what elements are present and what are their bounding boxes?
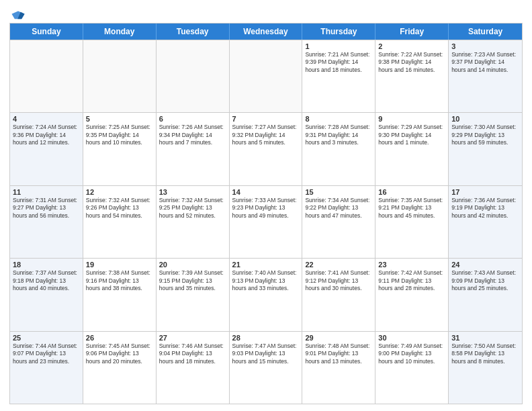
day-info: Sunrise: 7:30 AM Sunset: 9:29 PM Dayligh…	[451, 124, 519, 146]
day-info: Sunrise: 7:50 AM Sunset: 8:58 PM Dayligh…	[451, 342, 519, 365]
day-info: Sunrise: 7:31 AM Sunset: 9:27 PM Dayligh…	[13, 197, 80, 220]
day-number: 13	[159, 188, 226, 196]
cal-cell-r2c5: 16Sunrise: 7:35 AM Sunset: 9:21 PM Dayli…	[375, 186, 449, 258]
day-info: Sunrise: 7:46 AM Sunset: 9:04 PM Dayligh…	[159, 342, 226, 365]
day-number: 3	[451, 42, 519, 50]
day-info: Sunrise: 7:37 AM Sunset: 9:18 PM Dayligh…	[13, 269, 80, 292]
cal-cell-r1c4: 8Sunrise: 7:28 AM Sunset: 9:31 PM Daylig…	[302, 113, 375, 185]
day-info: Sunrise: 7:33 AM Sunset: 9:23 PM Dayligh…	[232, 197, 300, 220]
cal-cell-r1c0: 4Sunrise: 7:24 AM Sunset: 9:36 PM Daylig…	[10, 113, 83, 185]
cal-header-wednesday: Wednesday	[230, 24, 303, 40]
day-info: Sunrise: 7:22 AM Sunset: 9:38 PM Dayligh…	[378, 51, 445, 74]
calendar: SundayMondayTuesdayWednesdayThursdayFrid…	[9, 23, 523, 404]
cal-cell-r2c0: 11Sunrise: 7:31 AM Sunset: 9:27 PM Dayli…	[10, 186, 83, 258]
day-number: 22	[305, 261, 372, 269]
cal-cell-r3c1: 19Sunrise: 7:38 AM Sunset: 9:16 PM Dayli…	[83, 259, 157, 330]
cal-cell-r3c2: 20Sunrise: 7:39 AM Sunset: 9:15 PM Dayli…	[157, 259, 230, 330]
cal-cell-r3c3: 21Sunrise: 7:40 AM Sunset: 9:13 PM Dayli…	[230, 259, 303, 330]
cal-cell-r0c2	[157, 40, 230, 112]
cal-cell-r0c6: 3Sunrise: 7:23 AM Sunset: 9:37 PM Daylig…	[449, 40, 522, 112]
day-number: 5	[86, 115, 153, 123]
cal-cell-r4c0: 25Sunrise: 7:44 AM Sunset: 9:07 PM Dayli…	[10, 332, 83, 404]
day-info: Sunrise: 7:29 AM Sunset: 9:30 PM Dayligh…	[378, 124, 445, 146]
cal-cell-r0c1	[83, 40, 157, 112]
cal-row-4: 25Sunrise: 7:44 AM Sunset: 9:07 PM Dayli…	[10, 331, 522, 404]
cal-cell-r0c4: 1Sunrise: 7:21 AM Sunset: 9:39 PM Daylig…	[302, 40, 375, 112]
calendar-header-row: SundayMondayTuesdayWednesdayThursdayFrid…	[10, 24, 522, 40]
cal-cell-r1c1: 5Sunrise: 7:25 AM Sunset: 9:35 PM Daylig…	[83, 113, 157, 185]
day-number: 31	[451, 334, 519, 342]
cal-cell-r2c1: 12Sunrise: 7:32 AM Sunset: 9:26 PM Dayli…	[83, 186, 157, 258]
cal-cell-r1c5: 9Sunrise: 7:29 AM Sunset: 9:30 PM Daylig…	[375, 113, 449, 185]
day-number: 23	[378, 261, 445, 269]
day-number: 4	[13, 115, 80, 123]
cal-header-tuesday: Tuesday	[157, 24, 230, 40]
day-number: 1	[305, 42, 372, 50]
cal-cell-r4c1: 26Sunrise: 7:45 AM Sunset: 9:06 PM Dayli…	[83, 332, 157, 404]
day-number: 12	[86, 188, 153, 196]
cal-cell-r4c2: 27Sunrise: 7:46 AM Sunset: 9:04 PM Dayli…	[157, 332, 230, 404]
day-info: Sunrise: 7:40 AM Sunset: 9:13 PM Dayligh…	[232, 269, 300, 292]
cal-cell-r3c6: 24Sunrise: 7:43 AM Sunset: 9:09 PM Dayli…	[449, 259, 522, 330]
day-info: Sunrise: 7:43 AM Sunset: 9:09 PM Dayligh…	[451, 269, 519, 292]
cal-cell-r2c2: 13Sunrise: 7:32 AM Sunset: 9:25 PM Dayli…	[157, 186, 230, 258]
day-number: 25	[13, 334, 80, 342]
day-info: Sunrise: 7:42 AM Sunset: 9:11 PM Dayligh…	[378, 269, 445, 292]
day-info: Sunrise: 7:38 AM Sunset: 9:16 PM Dayligh…	[86, 269, 153, 292]
day-number: 20	[159, 261, 226, 269]
day-info: Sunrise: 7:25 AM Sunset: 9:35 PM Dayligh…	[86, 124, 153, 146]
cal-header-saturday: Saturday	[449, 24, 522, 40]
day-number: 15	[305, 188, 372, 196]
page: SundayMondayTuesdayWednesdayThursdayFrid…	[0, 0, 532, 411]
day-number: 11	[13, 188, 80, 196]
cal-row-2: 11Sunrise: 7:31 AM Sunset: 9:27 PM Dayli…	[10, 185, 522, 258]
day-info: Sunrise: 7:28 AM Sunset: 9:31 PM Dayligh…	[305, 124, 372, 146]
day-info: Sunrise: 7:35 AM Sunset: 9:21 PM Dayligh…	[378, 197, 445, 220]
day-number: 10	[451, 115, 519, 123]
cal-header-sunday: Sunday	[10, 24, 83, 40]
cal-cell-r3c4: 22Sunrise: 7:41 AM Sunset: 9:12 PM Dayli…	[302, 259, 375, 330]
cal-row-3: 18Sunrise: 7:37 AM Sunset: 9:18 PM Dayli…	[10, 258, 522, 330]
day-number: 21	[232, 261, 300, 269]
day-number: 19	[86, 261, 153, 269]
logo-icon	[11, 8, 26, 23]
day-number: 28	[232, 334, 300, 342]
day-number: 27	[159, 334, 226, 342]
day-number: 29	[305, 334, 372, 342]
day-number: 9	[378, 115, 445, 123]
day-number: 7	[232, 115, 300, 123]
day-number: 17	[451, 188, 519, 196]
cal-cell-r2c6: 17Sunrise: 7:36 AM Sunset: 9:19 PM Dayli…	[449, 186, 522, 258]
header	[9, 7, 523, 20]
day-number: 30	[378, 334, 445, 342]
cal-cell-r1c6: 10Sunrise: 7:30 AM Sunset: 9:29 PM Dayli…	[449, 113, 522, 185]
day-info: Sunrise: 7:34 AM Sunset: 9:22 PM Dayligh…	[305, 197, 372, 220]
cal-cell-r0c0	[10, 40, 83, 112]
day-number: 16	[378, 188, 445, 196]
day-info: Sunrise: 7:27 AM Sunset: 9:32 PM Dayligh…	[232, 124, 300, 146]
cal-header-monday: Monday	[83, 24, 157, 40]
cal-header-friday: Friday	[375, 24, 449, 40]
cal-cell-r1c3: 7Sunrise: 7:27 AM Sunset: 9:32 PM Daylig…	[230, 113, 303, 185]
cal-row-0: 1Sunrise: 7:21 AM Sunset: 9:39 PM Daylig…	[10, 40, 522, 112]
day-info: Sunrise: 7:26 AM Sunset: 9:34 PM Dayligh…	[159, 124, 226, 146]
day-number: 14	[232, 188, 300, 196]
cal-cell-r4c6: 31Sunrise: 7:50 AM Sunset: 8:58 PM Dayli…	[449, 332, 522, 404]
day-info: Sunrise: 7:41 AM Sunset: 9:12 PM Dayligh…	[305, 269, 372, 292]
cal-row-1: 4Sunrise: 7:24 AM Sunset: 9:36 PM Daylig…	[10, 112, 522, 185]
cal-cell-r4c3: 28Sunrise: 7:47 AM Sunset: 9:03 PM Dayli…	[230, 332, 303, 404]
cal-cell-r3c5: 23Sunrise: 7:42 AM Sunset: 9:11 PM Dayli…	[375, 259, 449, 330]
day-info: Sunrise: 7:49 AM Sunset: 9:00 PM Dayligh…	[378, 342, 445, 365]
day-info: Sunrise: 7:32 AM Sunset: 9:26 PM Dayligh…	[86, 197, 153, 220]
cal-cell-r3c0: 18Sunrise: 7:37 AM Sunset: 9:18 PM Dayli…	[10, 259, 83, 330]
cal-cell-r2c4: 15Sunrise: 7:34 AM Sunset: 9:22 PM Dayli…	[302, 186, 375, 258]
day-number: 26	[86, 334, 153, 342]
day-number: 18	[13, 261, 80, 269]
cal-cell-r1c2: 6Sunrise: 7:26 AM Sunset: 9:34 PM Daylig…	[157, 113, 230, 185]
day-info: Sunrise: 7:39 AM Sunset: 9:15 PM Dayligh…	[159, 269, 226, 292]
cal-cell-r4c4: 29Sunrise: 7:48 AM Sunset: 9:01 PM Dayli…	[302, 332, 375, 404]
cal-cell-r0c3	[230, 40, 303, 112]
day-info: Sunrise: 7:21 AM Sunset: 9:39 PM Dayligh…	[305, 51, 372, 74]
day-info: Sunrise: 7:48 AM Sunset: 9:01 PM Dayligh…	[305, 342, 372, 365]
cal-cell-r2c3: 14Sunrise: 7:33 AM Sunset: 9:23 PM Dayli…	[230, 186, 303, 258]
